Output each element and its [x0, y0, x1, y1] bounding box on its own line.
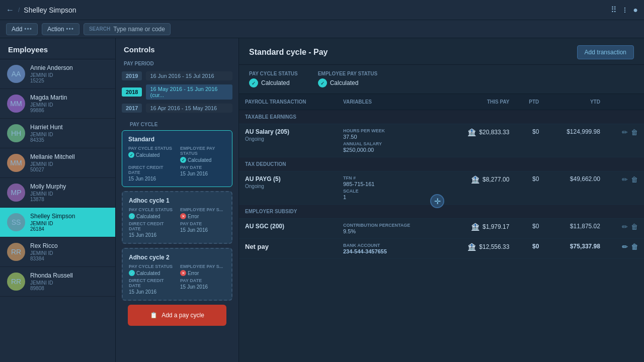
avatar: RR — [7, 273, 25, 291]
main-layout: Employees AA Annie Anderson JEMINI ID152… — [0, 38, 644, 362]
controls-panel: Controls PAY PERIOD 2019 16 Jun 2016 - 1… — [116, 38, 239, 362]
bank-account-label: BANK ACCOUNT — [343, 243, 437, 248]
add-button[interactable]: Add ••• — [6, 23, 38, 35]
add-cycle-button[interactable]: 📋 Add a pay cycle — [128, 305, 226, 326]
bank-icon: 🏦 — [471, 223, 479, 231]
edit-icon[interactable]: ✏ — [622, 175, 628, 184]
year-badge[interactable]: 2019 — [122, 71, 142, 80]
delete-icon[interactable]: 🗑 — [631, 128, 638, 136]
pay-cycle-status-icon: ✓ — [249, 78, 258, 87]
row-actions: ✏ 🗑 — [612, 223, 638, 231]
period-label[interactable]: 16 May 2016 - 15 Jun 2016 (cur... — [146, 84, 232, 100]
emp-name: Harriet Hunt — [30, 124, 108, 131]
delete-icon[interactable]: 🗑 — [631, 175, 638, 184]
var2-label: SCALE — [343, 189, 437, 194]
col-header-thispay: This pay — [443, 94, 515, 110]
sidebar-title: Employees — [0, 38, 115, 59]
delete-icon[interactable]: 🗑 — [631, 223, 638, 231]
cycle-card[interactable]: Adhoc cycle 2 PAY CYCLE STATUS ✓ Calcula… — [122, 248, 232, 301]
bank-icon: 🏦 — [467, 128, 476, 136]
emp-id: JEMINI ID83384 — [30, 250, 108, 261]
grid-icon[interactable]: ⠿ — [611, 5, 617, 15]
add-cycle-icon: 📋 — [150, 312, 157, 319]
var-label: HOURS PER WEEK — [343, 128, 437, 133]
sidebar: Employees AA Annie Anderson JEMINI ID152… — [0, 38, 116, 362]
edit-icon[interactable]: ✏ — [622, 243, 628, 251]
pay-cycle-status-text: Calculated — [261, 79, 290, 86]
bank-icon: 🏦 — [471, 175, 479, 184]
add-transaction-button[interactable]: Add transaction — [577, 45, 634, 59]
search-placeholder: Type name or code — [113, 26, 165, 33]
emp-name: Magda Martin — [30, 94, 108, 101]
pay-period-label: PAY PERIOD — [116, 59, 238, 69]
emp-pay-status-text: Calculated — [330, 79, 359, 86]
emp-pay-status-label: EMPLOYEE PAY STATUS — [318, 71, 377, 76]
edit-icon[interactable]: ✏ — [622, 128, 628, 136]
avatar: AA — [7, 65, 25, 83]
table-row: AU SGC (200) CONTRIBUTION PERCENTAGE 9.5… — [239, 219, 644, 239]
var-value: 37.50 — [343, 134, 437, 140]
emp-id: JEMINI ID84335 — [30, 132, 108, 143]
bank-icon: 🏦 — [467, 243, 476, 251]
period-label[interactable]: 16 Jun 2016 - 15 Jul 2016 — [146, 71, 232, 80]
ytd-amount: $49,662.00 — [545, 171, 606, 205]
employee-item[interactable]: MM Magda Martin JEMINI ID99886 — [0, 89, 115, 119]
search-bar[interactable]: SEARCH Type name or code — [84, 23, 171, 35]
pay-status-bar: PAY CYCLE STATUS ✓ Calculated EMPLOYEE P… — [239, 65, 644, 94]
net-pay-label: Net pay — [245, 243, 331, 250]
avatar: HH — [7, 124, 25, 142]
tx-name: AU SGC (200) — [245, 223, 331, 230]
action-button[interactable]: Action ••• — [42, 23, 79, 35]
employee-item[interactable]: AA Annie Anderson JEMINI ID15225 — [0, 59, 115, 89]
cycle-name: Standard — [128, 136, 226, 143]
table-row: AU Salary (205) Ongoing HOURS PER WEEK 3… — [239, 124, 644, 157]
employee-item[interactable]: MM Mellanie Mitchell JEMINI ID50027 — [0, 148, 115, 178]
year-badge[interactable]: 2018 — [122, 87, 142, 97]
pay-cycle-section: PAY CYCLE Standard PAY CYCLE STATUS ✓ Ca… — [116, 120, 238, 326]
employee-item[interactable]: RR Rhonda Russell JEMINI ID89808 — [0, 267, 115, 297]
employee-item[interactable]: RR Rex Ricco JEMINI ID83384 — [0, 237, 115, 267]
var2-value: $250,000.00 — [343, 147, 437, 153]
top-nav: ← / Shelley Simpson ⠿ ⫶ ● — [0, 0, 644, 20]
net-pay-actions: ✏ 🗑 — [612, 243, 638, 251]
page-title: Shelley Simpson — [24, 6, 76, 14]
controls-title: Controls — [116, 38, 238, 59]
ytd-amount: $11,875.02 — [545, 219, 606, 239]
avatar: RR — [7, 243, 25, 261]
user-icon[interactable]: ● — [633, 6, 638, 15]
this-pay-amount: 🏦 $8,277.00 — [449, 175, 509, 184]
net-pay-amount: 🏦 $12,556.33 — [449, 243, 509, 251]
emp-id: JEMINI ID50027 — [30, 161, 108, 172]
avatar: SS — [7, 213, 25, 231]
cycle-card[interactable]: Adhoc cycle 1 PAY CYCLE STATUS ✓ Calcula… — [122, 191, 232, 244]
delete-icon[interactable]: 🗑 — [631, 243, 638, 251]
year-row: 2017 16 Apr 2016 - 15 May 2016 — [122, 102, 232, 115]
add-cycle-label: Add a pay cycle — [162, 312, 204, 319]
this-pay-amount: 🏦 $1,979.17 — [449, 223, 509, 231]
period-label[interactable]: 16 Apr 2016 - 15 May 2016 — [146, 104, 232, 113]
net-pay-row: Net pay BANK ACCOUNT 234-544-3457655 🏦 $… — [239, 239, 644, 259]
emp-pay-status-icon: ✓ — [318, 78, 327, 87]
row-actions: ✏ 🗑 — [612, 175, 638, 184]
avatar: MP — [7, 184, 25, 202]
toolbar: Add ••• Action ••• SEARCH Type name or c… — [0, 20, 644, 38]
cycle-cards: Standard PAY CYCLE STATUS ✓ Calculated E… — [122, 130, 232, 301]
search-label: SEARCH — [89, 26, 110, 32]
year-badge[interactable]: 2017 — [122, 104, 142, 113]
employee-item[interactable]: SS Shelley Simpson JEMINI ID26184 — [0, 208, 115, 237]
emp-id: JEMINI ID15225 — [30, 72, 108, 83]
cycle-card[interactable]: Standard PAY CYCLE STATUS ✓ Calculated E… — [122, 130, 232, 187]
emp-name: Mellanie Mitchell — [30, 153, 108, 160]
back-button[interactable]: ← — [6, 6, 14, 15]
employee-item[interactable]: HH Harriet Hunt JEMINI ID84335 — [0, 119, 115, 148]
list-icon[interactable]: ⫶ — [623, 6, 627, 15]
employee-list: AA Annie Anderson JEMINI ID15225 MM Magd… — [0, 59, 115, 297]
net-ptd: $0 — [515, 239, 545, 259]
edit-icon[interactable]: ✏ — [622, 223, 628, 231]
year-row: 2018 16 May 2016 - 15 Jun 2016 (cur... — [122, 82, 232, 102]
pay-cycle-status-group: PAY CYCLE STATUS ✓ Calculated — [249, 71, 298, 87]
employee-item[interactable]: MP Molly Murphy JEMINI ID13878 — [0, 178, 115, 208]
section-header: TAXABLE EARNINGS — [239, 110, 644, 124]
row-actions: ✏ 🗑 — [612, 128, 638, 136]
net-ytd: $75,337.98 — [545, 239, 606, 259]
